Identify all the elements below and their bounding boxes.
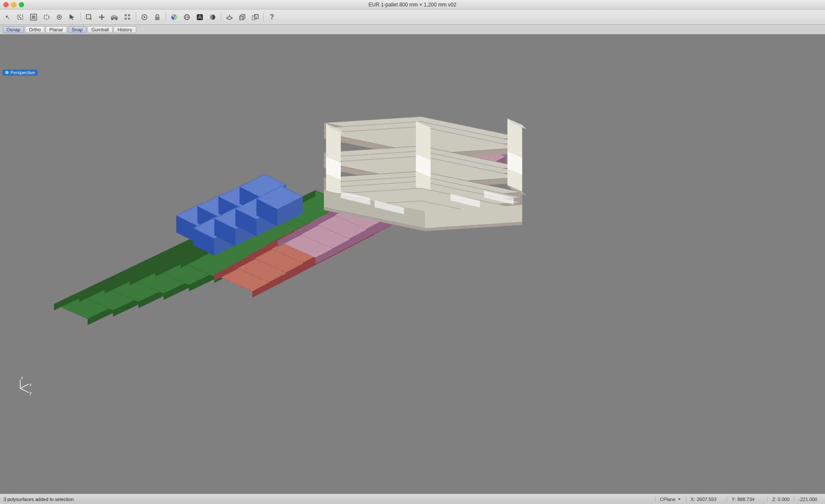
display-icon[interactable]: [207, 11, 219, 23]
svg-marker-9: [101, 14, 103, 15]
svg-marker-6: [70, 14, 74, 20]
cplane-display: CPlane: [655, 497, 686, 502]
pointer-icon[interactable]: ↖: [2, 11, 14, 23]
gumball-button[interactable]: Gumball: [87, 26, 113, 33]
ortho-button[interactable]: Ortho: [25, 26, 45, 33]
svg-rect-17: [125, 14, 127, 16]
svg-point-5: [58, 16, 60, 18]
toolbar: ↖: [0, 9, 825, 25]
x-coord-display: X: 2607.593: [686, 497, 727, 502]
planar-button[interactable]: Planar: [46, 26, 67, 33]
move-icon[interactable]: [96, 11, 108, 23]
svg-point-22: [144, 16, 145, 18]
extra-coord-display: -221.000: [794, 497, 822, 502]
viewport[interactable]: Perspective: [0, 34, 825, 494]
svg-rect-19: [125, 18, 127, 20]
select-brush-icon[interactable]: [53, 11, 65, 23]
cplane-label: CPlane: [660, 497, 675, 502]
svg-rect-20: [128, 18, 130, 20]
blockref-icon[interactable]: [249, 11, 261, 23]
cursor-icon[interactable]: [66, 11, 78, 23]
svg-rect-37: [8, 34, 818, 494]
maximize-button[interactable]: [19, 2, 24, 7]
lock-icon[interactable]: [151, 11, 163, 23]
svg-point-16: [116, 18, 117, 20]
svg-text:x: x: [30, 382, 32, 387]
color-wheel-icon[interactable]: [168, 11, 180, 23]
transform-icon[interactable]: [83, 11, 95, 23]
select-all-icon[interactable]: [28, 11, 40, 23]
svg-rect-23: [155, 17, 159, 20]
svg-marker-197: [678, 498, 681, 500]
y-label: Y:: [731, 497, 736, 502]
svg-marker-12: [104, 16, 105, 18]
statusbar-bottom: 3 polysurfaces added to selection. CPlan…: [0, 494, 825, 504]
cplane-dropdown-icon: [677, 497, 681, 501]
z-coord-display: Z: 0.000: [767, 497, 794, 502]
svg-marker-11: [99, 16, 100, 18]
window-controls: [3, 2, 24, 7]
z-label: Z: 0.000: [772, 497, 789, 502]
history-button[interactable]: History: [113, 26, 136, 33]
osnap-button[interactable]: Osnap: [3, 26, 24, 33]
scene: x y z: [0, 34, 825, 494]
extra-value: -221.000: [799, 497, 817, 502]
window-title: EUR 1-pallet 800 mm × 1,200 mm v02: [369, 2, 456, 8]
svg-text:y: y: [30, 390, 32, 395]
status-message: 3 polysurfaces added to selection.: [3, 497, 655, 502]
y-value: 888.734: [737, 497, 763, 502]
close-button[interactable]: [3, 2, 9, 7]
titlebar: EUR 1-pallet 800 mm × 1,200 mm v02: [0, 0, 825, 9]
help-icon[interactable]: ?: [266, 11, 278, 23]
minimize-button[interactable]: [11, 2, 16, 7]
array-icon[interactable]: [122, 11, 134, 23]
viewport-label: Perspective: [3, 70, 37, 76]
svg-point-15: [111, 18, 113, 20]
render-mode-icon[interactable]: [194, 11, 206, 23]
block-icon[interactable]: [236, 11, 248, 23]
y-coord-display: Y: 888.734: [727, 497, 767, 502]
lasso-icon[interactable]: [40, 11, 52, 23]
globe-icon[interactable]: [181, 11, 193, 23]
workplane-icon[interactable]: [223, 11, 235, 23]
snap-settings-icon[interactable]: [138, 11, 150, 23]
svg-rect-8: [89, 18, 92, 20]
window-select-icon[interactable]: [15, 11, 27, 23]
svg-point-3: [44, 15, 49, 19]
svg-rect-2: [32, 15, 35, 19]
svg-rect-18: [128, 14, 130, 16]
x-label: X:: [691, 497, 695, 502]
svg-rect-14: [112, 15, 116, 17]
svg-text:z: z: [21, 375, 23, 380]
svg-marker-10: [101, 19, 103, 20]
viewport-label-text: Perspective: [10, 70, 35, 75]
x-value: 2607.593: [697, 497, 722, 502]
car-icon[interactable]: [109, 11, 121, 23]
snap-button[interactable]: Snap: [68, 26, 87, 33]
statusbar-top: Osnap Ortho Planar Snap Gumball History: [0, 25, 825, 34]
